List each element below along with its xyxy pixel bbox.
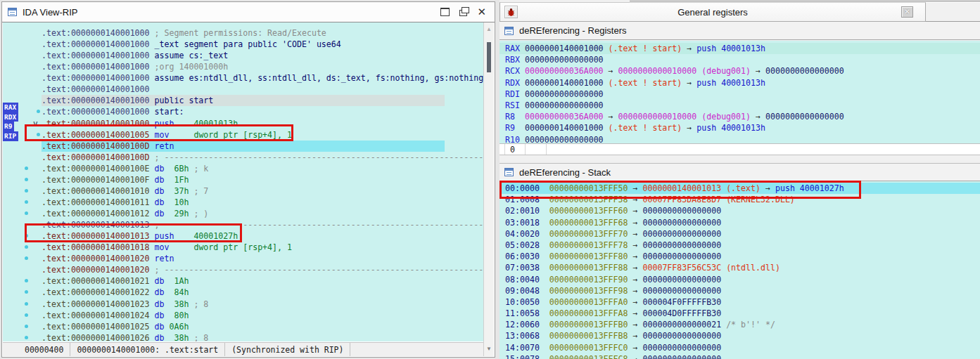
register-row[interactable]: RSI 0000000000000000 [499, 100, 980, 111]
register-row[interactable]: RCX 000000000036A000 → 0000000000010000 … [499, 65, 980, 77]
register-row[interactable]: RBX 0000000000000000 [499, 54, 980, 65]
annotation-box-push-instruction [25, 223, 242, 242]
general-registers-titlebar[interactable]: General registers ✕ [499, 2, 926, 22]
close-button[interactable]: ✕ [477, 7, 486, 18]
asm-line[interactable]: .text:0000000140001000 assume es:ntdll_d… [3, 72, 483, 84]
asm-line[interactable]: .text:0000000140001020 retn [3, 253, 483, 264]
stack-row[interactable]: 04:0020 00000000013FFF70 → 0000000000000… [499, 228, 980, 240]
stack-row[interactable]: 06:0030 00000000013FFF80 → 0000000000000… [499, 251, 980, 262]
patched-byte-dot [37, 110, 40, 113]
window-title: IDA View-RIP [23, 7, 78, 18]
footer-cell-value: 0 [510, 145, 515, 155]
asm-line[interactable]: .text:0000000140001011 db 10h [3, 197, 483, 208]
restore-icon [459, 10, 467, 16]
titlebar-filler [926, 2, 980, 22]
stack-row[interactable]: 14:0070 00000000013FFFC0 → 0000000000000… [499, 342, 980, 353]
registers-pane-icon [504, 27, 514, 35]
register-row[interactable]: R8 000000000036A000 → 0000000000010000 (… [499, 111, 980, 122]
asm-line[interactable]: .text:0000000140001000 ; Segment permiss… [3, 27, 483, 39]
patched-byte-dot [25, 178, 28, 181]
stack-row[interactable]: 02:0010 00000000013FFF60 → 0000000000000… [499, 205, 980, 216]
patched-byte-dot [25, 290, 28, 294]
patched-byte-dot [25, 313, 28, 317]
patched-byte-dot [25, 336, 28, 339]
stack-row[interactable]: 11:0058 00000000013FFFA8 → 000004D0FFFFF… [499, 308, 980, 319]
asm-line[interactable]: .text:000000014000100D ; ---------------… [3, 152, 483, 163]
registers-pane-title: deREferencing - Registers [519, 25, 626, 36]
register-tag-r9: R9 [3, 122, 14, 131]
stack-row[interactable]: 12:0060 00000000013FFFB0 → 0000000000000… [499, 319, 980, 330]
asm-line[interactable]: .text:0000000140001012 db 29h ; ) [3, 208, 483, 219]
asm-line[interactable]: .text:0000000140001022 db 84h [3, 287, 483, 298]
stack-row[interactable]: 07:0038 00000000013FFF88 → 00007FF83F56C… [499, 262, 980, 273]
scrollbar-thumb[interactable] [487, 42, 491, 72]
asm-line[interactable]: .text:0000000140001000 start: [3, 106, 483, 117]
asm-line[interactable]: .text:0000000140001000 assume cs:_text [3, 50, 483, 61]
asm-line[interactable]: .text:0000000140001021 db 1Ah [3, 275, 483, 287]
scroll-up-icon[interactable]: ▲ [484, 26, 494, 33]
status-bar: 000004000000000140001000: .text:start(Sy… [3, 342, 483, 356]
asm-line[interactable]: .text:0000000140001023 db 38h ; 8 [3, 299, 483, 310]
annotation-box-mov-instruction [25, 124, 293, 141]
stack-row[interactable]: 13:0068 00000000013FFFB8 → 0000000000000… [499, 330, 980, 341]
patched-byte-dot [25, 256, 28, 260]
asm-line[interactable]: .text:0000000140001025 db 0A6h [3, 321, 483, 332]
stack-row[interactable]: 05:0028 00000000013FFF78 → 0000000000000… [499, 240, 980, 251]
patched-byte-dot [25, 302, 28, 306]
stack-list: 00:0000 00000000013FFF50 → 0000000140001… [499, 181, 980, 359]
asm-line[interactable]: .text:0000000140001010 db 37h ; 7 [3, 185, 483, 197]
register-tag-rip: RIP [3, 131, 18, 141]
asm-line[interactable]: .text:000000014000100F db 1Fh [3, 174, 483, 185]
stack-row[interactable]: 10:0050 00000000013FFFA0 → 000004F0FFFFF… [499, 296, 980, 308]
asm-line[interactable]: .text:0000000140001000 _text segment par… [3, 39, 483, 50]
stack-row[interactable]: 09:0048 00000000013FFF98 → 0000000000000… [499, 285, 980, 296]
general-registers-title: General registers [500, 3, 925, 21]
asm-line[interactable]: .text:0000000140001026 db 38h ; 8 [3, 332, 483, 341]
asm-line[interactable]: .text:0000000140001000 public start [3, 95, 483, 106]
patched-byte-dot [25, 200, 28, 204]
register-row[interactable]: R9 0000000140001000 (.text ! start) → pu… [499, 122, 980, 133]
asm-line[interactable]: .text:000000014000100E db 6Bh ; k [3, 163, 483, 174]
patched-byte-dot [25, 189, 28, 192]
close-general-registers-button[interactable]: ✕ [901, 6, 913, 18]
registers-list: RAX 0000000140001000 (.text ! start) → p… [499, 41, 980, 145]
stack-row[interactable]: 15:0078 00000000013FFFC8 → 0000000000000… [499, 353, 980, 359]
stack-pane-icon [504, 168, 514, 176]
registers-footer-row[interactable]: 0 [499, 143, 980, 155]
asm-line[interactable]: .text:0000000140001018 mov dword ptr [rs… [3, 242, 483, 253]
patched-byte-dot [25, 167, 28, 170]
annotation-box-stack-top [499, 181, 861, 199]
patched-byte-dot [25, 279, 28, 282]
ida-view-window: IDA View-RIP ✕ .text:0000000140001000 ; … [1, 1, 495, 358]
status-cell: 0000000140001000: .text:start [70, 343, 225, 356]
register-tag-rax: RAX [3, 103, 18, 112]
register-row[interactable]: RAX 0000000140001000 (.text ! start) → p… [499, 43, 980, 54]
vertical-scrollbar[interactable]: ▲ ▼ [483, 22, 494, 356]
scroll-down-icon[interactable]: ▼ [484, 346, 494, 353]
asm-line[interactable]: .text:0000000140001000 [3, 84, 483, 95]
asm-line[interactable]: .text:0000000140001000 ;org 140001000h [3, 61, 483, 72]
asm-line[interactable]: .text:0000000140001024 db 80h [3, 310, 483, 321]
maximize-button[interactable] [440, 8, 450, 16]
restore-button[interactable] [459, 8, 467, 16]
register-tag-rdx: RDX [3, 112, 18, 122]
status-cell: (Synchronized with RIP) [225, 343, 350, 356]
status-cell: 00000400 [18, 343, 70, 356]
registers-pane-header[interactable]: deREferencing - Registers [499, 22, 980, 40]
disassembly-listing: .text:0000000140001000 ; Segment permiss… [3, 27, 483, 341]
register-row[interactable]: RDX 0000000140001000 (.text ! start) → p… [499, 77, 980, 89]
window-buttons: ✕ [440, 2, 486, 22]
ida-view-titlebar[interactable]: IDA View-RIP ✕ [2, 2, 495, 22]
patched-byte-dot [25, 211, 28, 215]
stack-row[interactable]: 03:0018 00000000013FFF68 → 0000000000000… [499, 217, 980, 228]
cell-divider [525, 144, 526, 155]
stack-row[interactable]: 08:0040 00000000013FFF90 → 0000000000000… [499, 274, 980, 285]
patched-byte-dot [25, 325, 28, 328]
asm-line[interactable]: .text:000000014000100D retn [3, 141, 483, 152]
patched-byte-dot [25, 245, 28, 249]
register-row[interactable]: RDI 0000000000000000 [499, 89, 980, 100]
debugger-side-panels: General registers ✕ deREferencing - Regi… [499, 0, 980, 359]
asm-line[interactable]: .text:0000000140001020 ; ---------------… [3, 264, 483, 275]
maximize-icon [440, 8, 450, 16]
stack-pane-header[interactable]: deREferencing - Stack [499, 163, 980, 181]
